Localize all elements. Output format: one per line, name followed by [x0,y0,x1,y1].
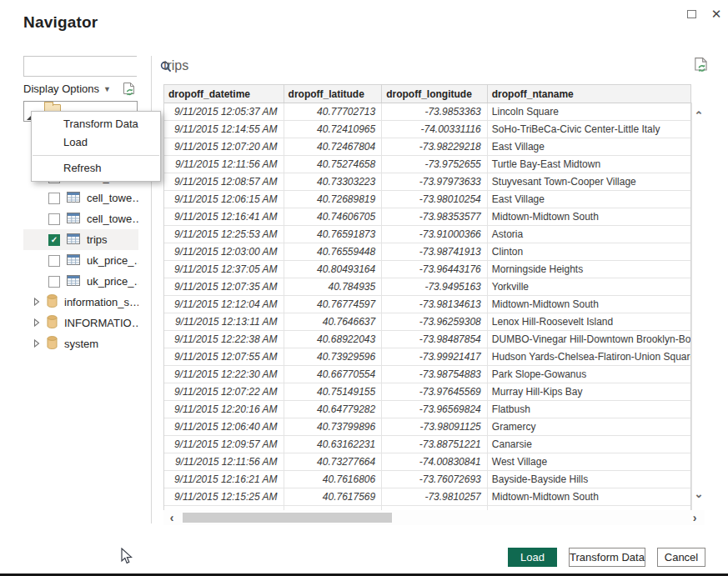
scroll-up-icon[interactable]: ⌃ [692,109,705,122]
table-cell: 9/11/2015 12:16:41 AM [164,208,284,225]
table-cell: -73.91000366 [382,226,488,243]
expand-arrow-icon[interactable] [23,317,40,329]
context-menu: Transform DataLoadRefresh [31,111,161,182]
table-cell: -73.98487854 [382,331,488,348]
scroll-right-icon[interactable]: › [686,511,703,524]
close-button[interactable]: ✕ [707,6,725,23]
table-cell: Gramercy [488,418,690,435]
table-cell: -73.97645569 [382,383,488,400]
table-cell: 9/11/2015 12:03:00 AM [164,243,284,260]
table-cell: 9/11/2015 12:07:35 AM [164,278,284,295]
tree-group-information-s-[interactable]: information_s… [23,292,138,313]
table-cell: Bayside-Bayside Hills [488,471,690,488]
refresh-table-icon[interactable] [694,57,707,73]
refresh-preview-icon[interactable] [123,82,136,98]
table-cell: -73.9752655 [382,156,488,173]
table-cell: Canarsie [488,436,690,453]
tree-item-uk-price-[interactable]: uk_price_… [23,271,138,292]
table-cell: Clinton [488,243,690,260]
table-cell: 40.63162231 [284,436,383,453]
checkbox[interactable] [48,213,60,225]
table-cell: -74.00331116 [382,121,488,138]
table-cell: 9/11/2015 12:16:21 AM [164,471,284,488]
load-button[interactable]: Load [508,548,557,567]
checkbox[interactable] [48,193,60,204]
table-row: 9/11/2015 12:37:05 AM40.80493164-73.9644… [164,261,690,278]
table-cell: West Village [488,453,690,470]
tree-item-cell-towe-[interactable]: cell_towe… [23,188,138,208]
table-row: 9/11/2015 12:25:53 AM40.76591873-73.9100… [164,226,690,243]
table-row: 9/11/2015 12:07:20 AM40.72467804-73.9822… [164,138,690,156]
table-cell: Turtle Bay-East Midtown [488,156,690,173]
column-header-dropoff_longitude[interactable]: dropoff_longitude [382,85,488,103]
table-cell: 40.73277664 [284,453,383,470]
table-cell: East Village [488,191,690,208]
table-cell: Murray Hill-Kips Bay [488,383,690,400]
table-cell: -73.9495163 [382,278,488,295]
table-cell: 9/11/2015 12:25:53 AM [164,226,284,243]
menu-item-load[interactable]: Load [32,133,160,152]
table-cell: 40.7616806 [284,471,383,488]
column-header-dropoff_latitude[interactable]: dropoff_latitude [284,85,383,103]
table-cell: -73.98229218 [382,138,488,155]
table-cell: -73.88751221 [382,436,488,453]
tree-group-informatio-[interactable]: INFORMATIO… [23,313,138,333]
table-cell: -73.99921417 [382,348,488,365]
horizontal-scroll-thumb[interactable] [183,513,392,523]
expand-arrow-icon[interactable] [23,296,40,308]
table-cell: -73.76072693 [382,471,488,488]
checkbox[interactable] [48,255,60,267]
table-cell: Midtown-Midtown South [488,296,690,313]
checkbox[interactable] [48,276,60,288]
table-cell: DUMBO-Vinegar Hill-Downtown Brooklyn-Boe… [488,331,690,348]
cancel-button[interactable]: Cancel [657,548,705,567]
table-cell: Astoria [488,226,690,243]
table-cell: 9/11/2015 12:14:55 AM [164,121,284,138]
tree-item-label: cell_towe… [87,192,138,204]
search-input[interactable] [24,57,160,76]
dialog-title: Navigator [23,13,98,32]
tree-item-trips[interactable]: ✓trips [23,229,138,250]
table-icon [67,213,80,226]
menu-item-refresh[interactable]: Refresh [32,159,160,178]
vertical-scrollbar[interactable]: ⌃ ⌄ [691,103,705,510]
checkbox[interactable]: ✓ [48,234,60,246]
display-options-label: Display Options [23,83,99,95]
table-cell: 40.77702713 [284,103,383,120]
table-cell: East Village [488,138,690,155]
table-cell: Hudson Yards-Chelsea-Flatiron-Union Squa… [488,348,690,365]
table-row: 9/11/2015 12:14:55 AM40.72410965-74.0033… [164,121,690,138]
tree-item-uk-price-[interactable]: uk_price_… [23,250,138,271]
scroll-left-icon[interactable]: ‹ [163,511,180,524]
column-header-dropoff_datetime[interactable]: dropoff_datetime [164,85,284,103]
table-row: 9/11/2015 12:03:00 AM40.76559448-73.9874… [164,243,690,261]
table-row: 9/11/2015 12:06:15 AM40.72689819-73.9801… [164,191,690,208]
display-options-dropdown[interactable]: Display Options ▼ [23,83,111,95]
maximize-icon [687,10,696,18]
scroll-down-icon[interactable]: ⌄ [692,488,705,500]
transform-data-button[interactable]: Transform Data [569,548,645,567]
maximize-button[interactable] [682,6,700,23]
table-row: 9/11/2015 12:16:41 AM40.74606705-73.9835… [164,208,690,226]
table-cell: 40.73799896 [284,418,383,435]
tree-item-cell-towe-[interactable]: cell_towe… [23,208,138,229]
horizontal-scrollbar[interactable]: ‹ › [163,510,705,525]
menu-item-transform-data[interactable]: Transform Data [32,115,160,133]
table-cell: 9/11/2015 12:12:04 AM [164,296,284,313]
table-cell: 9/11/2015 12:11:56 AM [164,453,284,470]
database-icon [47,315,58,331]
table-cell: 40.76559448 [284,243,383,260]
column-header-dropoff_ntaname[interactable]: dropoff_ntaname [488,85,690,103]
table-icon [67,192,80,205]
table-cell: 40.73929596 [284,348,383,365]
table-cell: Lenox Hill-Roosevelt Island [488,313,690,330]
table-cell: 40.68922043 [284,331,383,348]
table-cell: SoHo-TriBeCa-Civic Center-Little Italy [488,121,690,138]
tree-group-system[interactable]: system [23,333,138,354]
table-row: 9/11/2015 12:20:16 AM40.64779282-73.9656… [164,401,690,418]
expand-arrow-icon[interactable] [23,338,40,350]
table-cell: Park Slope-Gowanus [488,366,690,383]
table-cell: -73.96259308 [382,313,488,330]
table-cell: 9/11/2015 12:07:20 AM [164,138,284,155]
table-cell: -73.98010254 [382,191,488,208]
